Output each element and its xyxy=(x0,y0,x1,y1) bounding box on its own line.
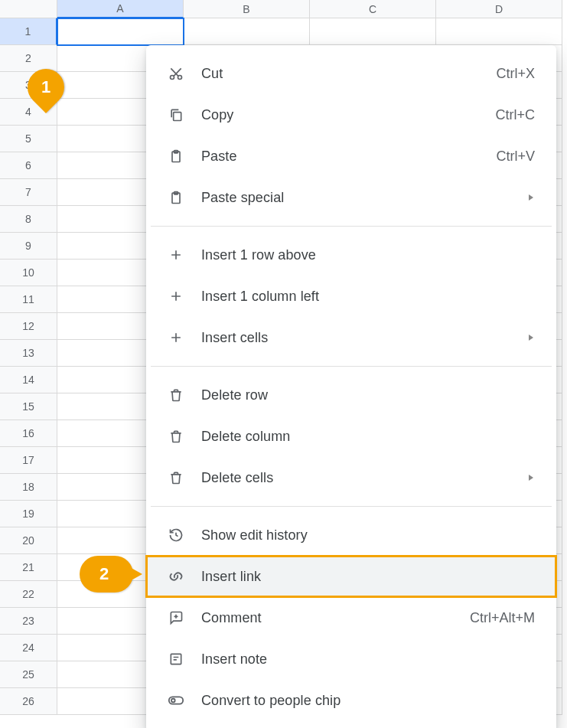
row-header[interactable]: 26 xyxy=(0,688,57,715)
row-header[interactable]: 8 xyxy=(0,206,57,233)
row-header[interactable]: 17 xyxy=(0,447,57,474)
history-icon xyxy=(168,527,184,544)
menu-label: Delete column xyxy=(201,429,535,445)
col-header-B[interactable]: B xyxy=(184,0,310,18)
row-header[interactable]: 9 xyxy=(0,233,57,260)
row-header[interactable]: 13 xyxy=(0,340,57,367)
menu-accel: Ctrl+C xyxy=(495,107,535,123)
menu-label: Convert to people chip xyxy=(201,693,535,709)
cell[interactable] xyxy=(310,18,436,45)
menu-label: Comment xyxy=(201,610,453,626)
trash-icon xyxy=(168,428,184,445)
menu-item-delete-col[interactable]: Delete column xyxy=(146,416,556,457)
row-header[interactable]: 14 xyxy=(0,367,57,393)
menu-item-insert-col-left[interactable]: Insert 1 column left xyxy=(146,276,556,317)
plus-icon xyxy=(168,246,184,263)
menu-accel: Ctrl+V xyxy=(496,149,535,165)
menu-label: Show edit history xyxy=(201,527,535,544)
menu-accel: Ctrl+X xyxy=(496,66,535,82)
menu-item-cut[interactable]: Cut Ctrl+X xyxy=(146,53,556,94)
row-header[interactable]: 21 xyxy=(0,554,57,581)
menu-label: Delete row xyxy=(201,387,535,403)
row-header[interactable]: 10 xyxy=(0,260,57,286)
row-header[interactable]: 5 xyxy=(0,126,57,152)
row-header[interactable]: 18 xyxy=(0,474,57,501)
svg-point-1 xyxy=(178,76,182,80)
menu-item-delete-cells[interactable]: Delete cells xyxy=(146,457,556,498)
menu-item-people-chip[interactable]: Convert to people chip xyxy=(146,680,556,721)
paste-icon xyxy=(168,148,184,165)
row-header[interactable]: 12 xyxy=(0,313,57,340)
menu-item-copy[interactable]: Copy Ctrl+C xyxy=(146,94,556,135)
menu-accel: Ctrl+Alt+M xyxy=(470,610,535,626)
menu-label: Insert note xyxy=(201,651,535,668)
menu-label: Paste xyxy=(201,149,479,165)
grid-corner[interactable] xyxy=(0,0,57,18)
col-header-C[interactable]: C xyxy=(310,0,436,18)
submenu-arrow-icon xyxy=(527,194,535,201)
paste-icon xyxy=(168,189,184,206)
menu-label: Insert cells xyxy=(201,330,510,346)
row-header[interactable]: 24 xyxy=(0,635,57,661)
callout-2: 2 xyxy=(80,556,133,593)
svg-rect-2 xyxy=(174,113,181,121)
menu-label: Cut xyxy=(201,66,479,82)
svg-point-0 xyxy=(171,76,174,80)
menu-label: Copy xyxy=(201,107,478,123)
menu-label: Insert 1 column left xyxy=(201,289,535,305)
submenu-arrow-icon xyxy=(527,334,535,341)
cell-A1[interactable] xyxy=(57,18,184,45)
trash-icon xyxy=(168,469,184,486)
col-header-D[interactable]: D xyxy=(436,0,562,18)
people-icon xyxy=(168,692,184,709)
menu-label: Insert link xyxy=(201,569,535,585)
menu-separator xyxy=(151,366,552,367)
row-header[interactable]: 16 xyxy=(0,420,57,447)
menu-item-insert-link[interactable]: Insert link xyxy=(146,556,556,597)
menu-item-edit-history[interactable]: Show edit history xyxy=(146,514,556,556)
row-header[interactable]: 23 xyxy=(0,608,57,635)
menu-label: Paste special xyxy=(201,190,510,206)
link-icon xyxy=(168,568,184,585)
copy-icon xyxy=(168,106,184,123)
menu-item-comment[interactable]: Comment Ctrl+Alt+M xyxy=(146,597,556,638)
comment-icon xyxy=(168,609,184,626)
row-header[interactable]: 25 xyxy=(0,661,57,688)
plus-icon xyxy=(168,288,184,305)
plus-icon xyxy=(168,329,184,346)
menu-label: Delete cells xyxy=(201,470,510,486)
menu-item-insert-note[interactable]: Insert note xyxy=(146,638,556,680)
row-header[interactable]: 7 xyxy=(0,179,57,206)
row-header[interactable]: 2 xyxy=(0,45,57,72)
row-header[interactable]: 19 xyxy=(0,501,57,527)
menu-item-insert-row-above[interactable]: Insert 1 row above xyxy=(146,234,556,276)
svg-point-9 xyxy=(171,699,175,703)
menu-item-delete-row[interactable]: Delete row xyxy=(146,374,556,416)
cell[interactable] xyxy=(436,18,562,45)
menu-separator xyxy=(151,226,552,227)
row-header[interactable]: 6 xyxy=(0,152,57,179)
menu-item-insert-cells[interactable]: Insert cells xyxy=(146,317,556,358)
row-header[interactable]: 11 xyxy=(0,286,57,313)
menu-label: Insert 1 row above xyxy=(201,247,535,263)
submenu-arrow-icon xyxy=(527,474,535,482)
row-header[interactable]: 1 xyxy=(0,18,57,45)
menu-item-paste-special[interactable]: Paste special xyxy=(146,177,556,218)
context-menu: Cut Ctrl+X Copy Ctrl+C Paste Ctrl+V Past… xyxy=(146,45,556,728)
note-icon xyxy=(168,651,184,668)
cut-icon xyxy=(168,65,184,82)
cell[interactable] xyxy=(184,18,310,45)
trash-icon xyxy=(168,387,184,403)
row-header[interactable]: 22 xyxy=(0,581,57,608)
menu-separator xyxy=(151,506,552,507)
row-header[interactable]: 15 xyxy=(0,393,57,420)
col-header-A[interactable]: A xyxy=(57,0,184,18)
row-header[interactable]: 20 xyxy=(0,527,57,554)
menu-item-paste[interactable]: Paste Ctrl+V xyxy=(146,135,556,177)
